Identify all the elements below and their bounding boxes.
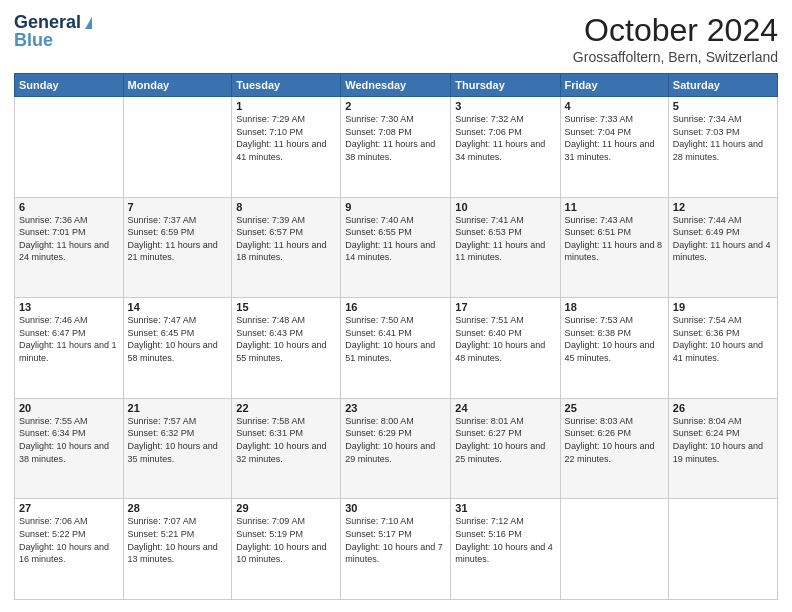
day-number: 19	[673, 301, 773, 313]
day-info: Sunrise: 7:47 AMSunset: 6:45 PMDaylight:…	[128, 314, 228, 364]
day-info: Sunrise: 7:41 AMSunset: 6:53 PMDaylight:…	[455, 214, 555, 264]
calendar-cell: 14Sunrise: 7:47 AMSunset: 6:45 PMDayligh…	[123, 298, 232, 399]
calendar-cell: 12Sunrise: 7:44 AMSunset: 6:49 PMDayligh…	[668, 197, 777, 298]
day-info: Sunrise: 7:37 AMSunset: 6:59 PMDaylight:…	[128, 214, 228, 264]
calendar-cell: 28Sunrise: 7:07 AMSunset: 5:21 PMDayligh…	[123, 499, 232, 600]
day-info: Sunrise: 7:07 AMSunset: 5:21 PMDaylight:…	[128, 515, 228, 565]
day-number: 12	[673, 201, 773, 213]
title-area: October 2024 Grossaffoltern, Bern, Switz…	[573, 12, 778, 65]
day-number: 15	[236, 301, 336, 313]
day-info: Sunrise: 8:04 AMSunset: 6:24 PMDaylight:…	[673, 415, 773, 465]
calendar-cell: 3Sunrise: 7:32 AMSunset: 7:06 PMDaylight…	[451, 97, 560, 198]
day-info: Sunrise: 7:53 AMSunset: 6:38 PMDaylight:…	[565, 314, 664, 364]
calendar-cell: 13Sunrise: 7:46 AMSunset: 6:47 PMDayligh…	[15, 298, 124, 399]
calendar-cell	[15, 97, 124, 198]
day-number: 5	[673, 100, 773, 112]
col-friday: Friday	[560, 74, 668, 97]
day-info: Sunrise: 8:01 AMSunset: 6:27 PMDaylight:…	[455, 415, 555, 465]
calendar-cell: 18Sunrise: 7:53 AMSunset: 6:38 PMDayligh…	[560, 298, 668, 399]
day-info: Sunrise: 7:34 AMSunset: 7:03 PMDaylight:…	[673, 113, 773, 163]
col-saturday: Saturday	[668, 74, 777, 97]
calendar-cell: 9Sunrise: 7:40 AMSunset: 6:55 PMDaylight…	[341, 197, 451, 298]
day-number: 9	[345, 201, 446, 213]
day-number: 18	[565, 301, 664, 313]
day-number: 1	[236, 100, 336, 112]
day-info: Sunrise: 7:58 AMSunset: 6:31 PMDaylight:…	[236, 415, 336, 465]
day-number: 6	[19, 201, 119, 213]
day-number: 16	[345, 301, 446, 313]
calendar-cell: 11Sunrise: 7:43 AMSunset: 6:51 PMDayligh…	[560, 197, 668, 298]
day-info: Sunrise: 7:29 AMSunset: 7:10 PMDaylight:…	[236, 113, 336, 163]
calendar-cell: 31Sunrise: 7:12 AMSunset: 5:16 PMDayligh…	[451, 499, 560, 600]
day-info: Sunrise: 7:57 AMSunset: 6:32 PMDaylight:…	[128, 415, 228, 465]
page: General Blue October 2024 Grossaffoltern…	[0, 0, 792, 612]
calendar-cell: 6Sunrise: 7:36 AMSunset: 7:01 PMDaylight…	[15, 197, 124, 298]
col-thursday: Thursday	[451, 74, 560, 97]
day-number: 13	[19, 301, 119, 313]
day-number: 8	[236, 201, 336, 213]
day-info: Sunrise: 7:32 AMSunset: 7:06 PMDaylight:…	[455, 113, 555, 163]
calendar-cell	[123, 97, 232, 198]
day-number: 20	[19, 402, 119, 414]
day-number: 3	[455, 100, 555, 112]
day-info: Sunrise: 7:43 AMSunset: 6:51 PMDaylight:…	[565, 214, 664, 264]
day-number: 30	[345, 502, 446, 514]
day-info: Sunrise: 7:46 AMSunset: 6:47 PMDaylight:…	[19, 314, 119, 364]
day-number: 11	[565, 201, 664, 213]
day-info: Sunrise: 7:06 AMSunset: 5:22 PMDaylight:…	[19, 515, 119, 565]
main-title: October 2024	[573, 12, 778, 49]
day-info: Sunrise: 7:33 AMSunset: 7:04 PMDaylight:…	[565, 113, 664, 163]
logo-triangle-icon	[85, 17, 92, 29]
week-row-4: 27Sunrise: 7:06 AMSunset: 5:22 PMDayligh…	[15, 499, 778, 600]
day-info: Sunrise: 7:12 AMSunset: 5:16 PMDaylight:…	[455, 515, 555, 565]
week-row-2: 13Sunrise: 7:46 AMSunset: 6:47 PMDayligh…	[15, 298, 778, 399]
calendar-cell: 7Sunrise: 7:37 AMSunset: 6:59 PMDaylight…	[123, 197, 232, 298]
day-info: Sunrise: 7:39 AMSunset: 6:57 PMDaylight:…	[236, 214, 336, 264]
day-info: Sunrise: 7:50 AMSunset: 6:41 PMDaylight:…	[345, 314, 446, 364]
day-number: 21	[128, 402, 228, 414]
day-number: 22	[236, 402, 336, 414]
day-number: 23	[345, 402, 446, 414]
day-number: 29	[236, 502, 336, 514]
day-info: Sunrise: 8:03 AMSunset: 6:26 PMDaylight:…	[565, 415, 664, 465]
calendar-cell	[668, 499, 777, 600]
day-number: 7	[128, 201, 228, 213]
calendar-cell: 20Sunrise: 7:55 AMSunset: 6:34 PMDayligh…	[15, 398, 124, 499]
calendar-cell: 23Sunrise: 8:00 AMSunset: 6:29 PMDayligh…	[341, 398, 451, 499]
day-info: Sunrise: 7:09 AMSunset: 5:19 PMDaylight:…	[236, 515, 336, 565]
col-wednesday: Wednesday	[341, 74, 451, 97]
day-info: Sunrise: 7:48 AMSunset: 6:43 PMDaylight:…	[236, 314, 336, 364]
header: General Blue October 2024 Grossaffoltern…	[14, 12, 778, 65]
header-row: Sunday Monday Tuesday Wednesday Thursday…	[15, 74, 778, 97]
week-row-0: 1Sunrise: 7:29 AMSunset: 7:10 PMDaylight…	[15, 97, 778, 198]
calendar-cell: 15Sunrise: 7:48 AMSunset: 6:43 PMDayligh…	[232, 298, 341, 399]
calendar-cell: 30Sunrise: 7:10 AMSunset: 5:17 PMDayligh…	[341, 499, 451, 600]
day-info: Sunrise: 7:54 AMSunset: 6:36 PMDaylight:…	[673, 314, 773, 364]
calendar-cell: 5Sunrise: 7:34 AMSunset: 7:03 PMDaylight…	[668, 97, 777, 198]
subtitle: Grossaffoltern, Bern, Switzerland	[573, 49, 778, 65]
day-info: Sunrise: 7:55 AMSunset: 6:34 PMDaylight:…	[19, 415, 119, 465]
logo-blue-text: Blue	[14, 30, 53, 51]
day-info: Sunrise: 8:00 AMSunset: 6:29 PMDaylight:…	[345, 415, 446, 465]
day-number: 28	[128, 502, 228, 514]
day-number: 24	[455, 402, 555, 414]
calendar-cell	[560, 499, 668, 600]
calendar-cell: 19Sunrise: 7:54 AMSunset: 6:36 PMDayligh…	[668, 298, 777, 399]
col-tuesday: Tuesday	[232, 74, 341, 97]
calendar-table: Sunday Monday Tuesday Wednesday Thursday…	[14, 73, 778, 600]
calendar-cell: 29Sunrise: 7:09 AMSunset: 5:19 PMDayligh…	[232, 499, 341, 600]
calendar-cell: 26Sunrise: 8:04 AMSunset: 6:24 PMDayligh…	[668, 398, 777, 499]
day-info: Sunrise: 7:36 AMSunset: 7:01 PMDaylight:…	[19, 214, 119, 264]
calendar-cell: 17Sunrise: 7:51 AMSunset: 6:40 PMDayligh…	[451, 298, 560, 399]
day-info: Sunrise: 7:10 AMSunset: 5:17 PMDaylight:…	[345, 515, 446, 565]
day-info: Sunrise: 7:40 AMSunset: 6:55 PMDaylight:…	[345, 214, 446, 264]
week-row-3: 20Sunrise: 7:55 AMSunset: 6:34 PMDayligh…	[15, 398, 778, 499]
day-info: Sunrise: 7:44 AMSunset: 6:49 PMDaylight:…	[673, 214, 773, 264]
calendar-cell: 25Sunrise: 8:03 AMSunset: 6:26 PMDayligh…	[560, 398, 668, 499]
day-info: Sunrise: 7:30 AMSunset: 7:08 PMDaylight:…	[345, 113, 446, 163]
week-row-1: 6Sunrise: 7:36 AMSunset: 7:01 PMDaylight…	[15, 197, 778, 298]
day-number: 14	[128, 301, 228, 313]
calendar-cell: 1Sunrise: 7:29 AMSunset: 7:10 PMDaylight…	[232, 97, 341, 198]
day-number: 10	[455, 201, 555, 213]
calendar-cell: 8Sunrise: 7:39 AMSunset: 6:57 PMDaylight…	[232, 197, 341, 298]
